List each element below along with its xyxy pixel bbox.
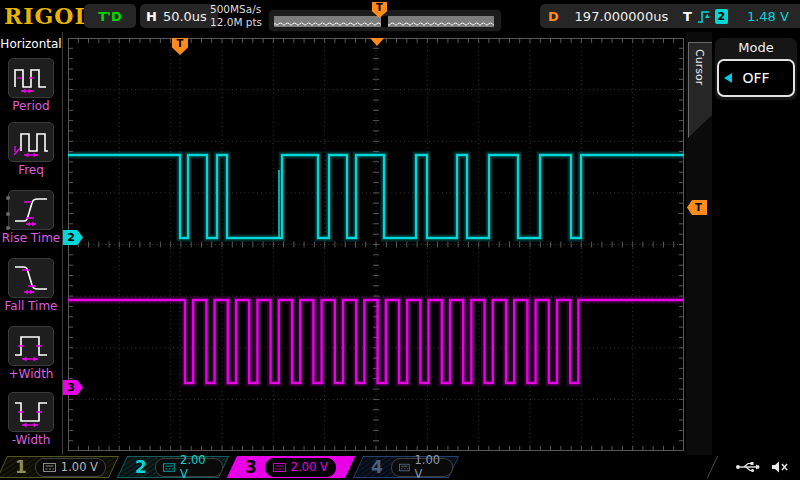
channel4-scale: 1.00 V	[415, 453, 445, 480]
acquisition-info: 500MSa/s 12.0M pts	[210, 3, 262, 29]
menu-panel: Mode OFF	[712, 32, 800, 455]
sidebar-item-label: Period	[0, 99, 62, 113]
mode-value: OFF	[742, 70, 769, 86]
sidebar-item-freq[interactable]: Freq	[0, 122, 62, 177]
freq-icon	[8, 122, 54, 162]
dc-coupling-icon	[273, 463, 286, 472]
d-label: D	[548, 9, 559, 24]
timebase-value: 50.0us	[163, 9, 207, 24]
rise-time-icon	[8, 190, 54, 230]
plus-width-icon	[8, 326, 54, 366]
horizontal-scale-readout: H 50.0us	[140, 4, 218, 28]
page-dot-icon	[6, 212, 10, 216]
sidebar-item-minus-width[interactable]: -Width	[0, 392, 62, 447]
page-dot-icon	[6, 226, 10, 230]
delay-readout: D 197.000000us	[540, 4, 684, 28]
delay-value: 197.000000us	[567, 9, 676, 24]
channel1-scale-box: 1.00 V	[35, 458, 106, 477]
oscilloscope-screen: RIGOL T'D H 50.0us 500MSa/s 12.0M pts T …	[0, 0, 800, 480]
rigol-logo: RIGOL	[4, 3, 91, 29]
sidebar-item-label: Rise Time	[0, 231, 62, 245]
trigger-readout: T 2 1.48 V	[676, 4, 800, 28]
record-trigger-notch	[381, 16, 388, 27]
channel4-status[interactable]: 4 1.00 V	[353, 456, 459, 478]
trigger-source-badge: 2	[715, 9, 728, 24]
channel-status-bar: 1 1.00 V 2	[0, 455, 800, 480]
sidebar-item-label: -Width	[0, 433, 62, 447]
mode-menu-box: Mode OFF	[715, 38, 797, 100]
waveform-display-area	[68, 38, 684, 451]
dc-coupling-icon	[163, 463, 175, 472]
channel1-status[interactable]: 1 1.00 V	[0, 456, 119, 478]
minus-width-icon	[8, 392, 54, 432]
memory-depth: 12.0M pts	[210, 16, 262, 29]
trigger-level-value: 1.48 V	[733, 9, 800, 24]
sidebar-item-period[interactable]: Period	[0, 58, 62, 113]
rising-edge-icon	[697, 9, 710, 24]
tab-cursor-label: Cursor	[693, 49, 706, 85]
channel1-scale: 1.00 V	[61, 460, 98, 474]
left-arrow-icon	[724, 73, 732, 83]
speaker-muted-icon	[771, 460, 789, 474]
channel1-number: 1	[15, 457, 27, 477]
page-dot-icon	[6, 196, 10, 200]
sidebar-item-fall-time[interactable]: Fall Time	[0, 258, 62, 313]
tab-cursor[interactable]: Cursor	[688, 42, 712, 138]
channel2-scale: 2.00 V	[180, 453, 215, 480]
channel3-status[interactable]: 3 2.00 V	[227, 456, 355, 478]
dc-coupling-icon	[399, 463, 410, 472]
t-label: T	[683, 9, 692, 24]
channel3-scale: 2.00 V	[291, 460, 328, 474]
period-icon	[8, 58, 54, 98]
record-position-strip[interactable]: T	[268, 9, 502, 32]
mode-off-button[interactable]: OFF	[717, 59, 795, 97]
channel3-number: 3	[245, 457, 257, 477]
fall-time-icon	[8, 258, 54, 298]
channel4-scale-box: 1.00 V	[391, 458, 453, 477]
horizontal-measure-sidebar: Horizontal Period F	[0, 32, 63, 455]
channel2-scale-box: 2.00 V	[155, 458, 223, 477]
channel4-number: 4	[371, 457, 383, 477]
channel2-number: 2	[135, 457, 147, 477]
sidebar-item-label: Freq	[0, 163, 62, 177]
channel2-status[interactable]: 2 2.00 V	[117, 456, 229, 478]
sidebar-item-label: +Width	[0, 367, 62, 381]
dc-coupling-icon	[43, 463, 56, 472]
status-bar: RIGOL T'D H 50.0us 500MSa/s 12.0M pts T …	[0, 0, 800, 32]
menu-tab-column: Cursor	[686, 32, 712, 455]
graticule	[68, 38, 684, 451]
sample-rate: 500MSa/s	[210, 3, 262, 16]
channel3-scale-box: 2.00 V	[265, 458, 336, 477]
usb-icon	[735, 460, 761, 474]
sidebar-item-plus-width[interactable]: +Width	[0, 326, 62, 381]
sidebar-item-label: Fall Time	[0, 299, 62, 313]
h-label: H	[146, 9, 157, 24]
system-icons-cell	[707, 456, 800, 478]
trigger-status-badge: T'D	[84, 4, 136, 28]
menu-title: Mode	[715, 38, 797, 58]
sidebar-title: Horizontal	[0, 37, 62, 51]
